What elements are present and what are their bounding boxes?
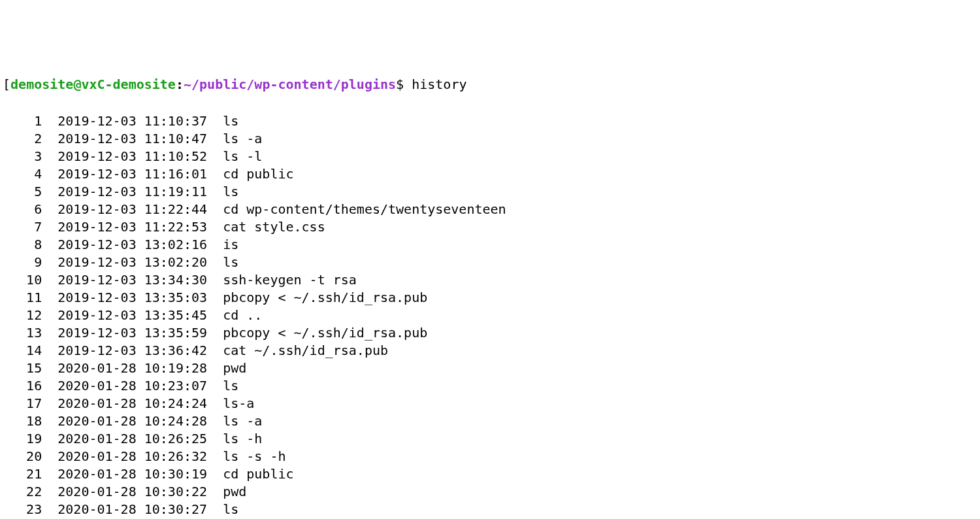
- spacer: [42, 360, 57, 377]
- history-timestamp: 2019-12-03 13:35:03: [57, 289, 207, 307]
- history-command: pwd: [223, 483, 246, 501]
- spacer: [207, 271, 223, 289]
- history-line: 8 2019-12-03 13:02:16 is: [3, 236, 980, 254]
- history-command: ls -a: [223, 412, 262, 430]
- spacer: [207, 201, 223, 218]
- spacer: [42, 271, 57, 289]
- spacer: [42, 395, 57, 412]
- history-command: cd wp-content/themes/twentyseventeen: [223, 201, 506, 218]
- spacer: [207, 501, 223, 518]
- history-timestamp: 2020-01-28 10:24:24: [57, 395, 207, 412]
- spacer: [207, 254, 223, 271]
- spacer: [207, 412, 223, 430]
- spacer: [42, 307, 57, 324]
- history-line-number: 10: [3, 271, 42, 289]
- spacer: [207, 130, 223, 148]
- history-line: 14 2019-12-03 13:36:42 cat ~/.ssh/id_rsa…: [3, 342, 980, 360]
- history-command: pbcopy < ~/.ssh/id_rsa.pub: [223, 289, 427, 307]
- history-line-number: 16: [3, 377, 42, 395]
- history-line: 22 2020-01-28 10:30:22 pwd: [3, 483, 980, 501]
- spacer: [207, 218, 223, 236]
- spacer: [207, 112, 223, 130]
- spacer: [207, 165, 223, 183]
- spacer: [42, 289, 57, 307]
- history-line: 11 2019-12-03 13:35:03 pbcopy < ~/.ssh/i…: [3, 289, 980, 307]
- history-timestamp: 2019-12-03 13:02:16: [57, 236, 207, 254]
- typed-command: history: [412, 76, 466, 92]
- history-command: is: [223, 236, 238, 254]
- history-line-number: 22: [3, 483, 42, 501]
- history-timestamp: 2020-01-28 10:19:28: [57, 360, 207, 377]
- history-timestamp: 2019-12-03 11:22:44: [57, 201, 207, 218]
- history-line-number: 8: [3, 236, 42, 254]
- history-command: ls -a: [223, 130, 262, 148]
- history-timestamp: 2019-12-03 11:16:01: [57, 165, 207, 183]
- history-command: cd public: [223, 465, 293, 483]
- history-timestamp: 2019-12-03 13:35:45: [57, 307, 207, 324]
- spacer: [42, 112, 57, 130]
- history-line-number: 4: [3, 165, 42, 183]
- spacer: [42, 412, 57, 430]
- history-line: 2 2019-12-03 11:10:47 ls -a: [3, 130, 980, 148]
- spacer: [207, 377, 223, 395]
- history-line: 16 2020-01-28 10:23:07 ls: [3, 377, 980, 395]
- history-line: 19 2020-01-28 10:26:25 ls -h: [3, 430, 980, 448]
- history-line-number: 6: [3, 201, 42, 218]
- history-timestamp: 2020-01-28 10:30:27: [57, 501, 207, 518]
- history-line-number: 1: [3, 112, 42, 130]
- history-timestamp: 2019-12-03 11:10:37: [57, 112, 207, 130]
- history-line-number: 11: [3, 289, 42, 307]
- spacer: [42, 130, 57, 148]
- terminal-prompt-line[interactable]: [demosite@vxC-demosite:~/public/wp-conte…: [3, 76, 980, 93]
- history-command: ls: [223, 112, 238, 130]
- spacer: [42, 183, 57, 201]
- history-line-number: 12: [3, 307, 42, 324]
- spacer: [207, 395, 223, 412]
- history-line: 10 2019-12-03 13:34:30 ssh-keygen -t rsa: [3, 271, 980, 289]
- spacer: [207, 183, 223, 201]
- history-timestamp: 2020-01-28 10:30:22: [57, 483, 207, 501]
- history-line-number: 2: [3, 130, 42, 148]
- prompt-dollar: $: [396, 76, 404, 92]
- history-timestamp: 2019-12-03 11:10:47: [57, 130, 207, 148]
- history-command: ls-a: [223, 395, 254, 412]
- history-line: 6 2019-12-03 11:22:44 cd wp-content/them…: [3, 201, 980, 218]
- spacer: [42, 201, 57, 218]
- history-line-number: 17: [3, 395, 42, 412]
- history-line: 13 2019-12-03 13:35:59 pbcopy < ~/.ssh/i…: [3, 324, 980, 342]
- spacer: [42, 377, 57, 395]
- history-line-number: 18: [3, 412, 42, 430]
- history-line: 1 2019-12-03 11:10:37 ls: [3, 112, 980, 130]
- history-timestamp: 2020-01-28 10:26:32: [57, 448, 207, 465]
- spacer: [42, 165, 57, 183]
- prompt-bracket: [: [3, 76, 10, 92]
- history-line-number: 23: [3, 501, 42, 518]
- history-timestamp: 2019-12-03 13:02:20: [57, 254, 207, 271]
- history-timestamp: 2020-01-28 10:23:07: [57, 377, 207, 395]
- spacer: [207, 307, 223, 324]
- history-line: 3 2019-12-03 11:10:52 ls -l: [3, 148, 980, 165]
- history-line: 17 2020-01-28 10:24:24 ls-a: [3, 395, 980, 412]
- spacer: [207, 289, 223, 307]
- history-command: pwd: [223, 360, 246, 377]
- history-command: pbcopy < ~/.ssh/id_rsa.pub: [223, 324, 427, 342]
- history-line-number: 21: [3, 465, 42, 483]
- spacer: [207, 148, 223, 165]
- spacer: [207, 465, 223, 483]
- history-line-number: 3: [3, 148, 42, 165]
- history-timestamp: 2019-12-03 11:19:11: [57, 183, 207, 201]
- history-command: cd ..: [223, 307, 262, 324]
- prompt-user-host: demosite@vxC-demosite: [10, 76, 176, 92]
- spacer: [42, 430, 57, 448]
- spacer: [207, 430, 223, 448]
- history-line: 20 2020-01-28 10:26:32 ls -s -h: [3, 448, 980, 465]
- history-command: ssh-keygen -t rsa: [223, 271, 357, 289]
- spacer: [42, 148, 57, 165]
- history-command: ls -s -h: [223, 448, 286, 465]
- spacer: [42, 218, 57, 236]
- spacer: [207, 236, 223, 254]
- history-command: cat ~/.ssh/id_rsa.pub: [223, 342, 388, 360]
- spacer: [207, 360, 223, 377]
- history-command: ls -l: [223, 148, 262, 165]
- history-line: 23 2020-01-28 10:30:27 ls: [3, 501, 980, 518]
